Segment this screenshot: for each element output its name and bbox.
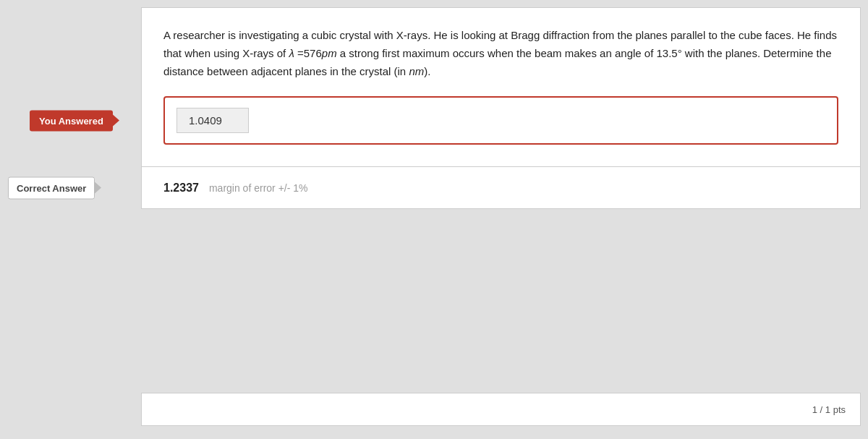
- correct-answer-row: Correct Answer 1.2337 margin of error +/…: [141, 167, 861, 209]
- page-indicator: 1 / 1 pts: [812, 404, 846, 415]
- user-answer-display: 1.0409: [176, 108, 249, 133]
- bottom-bar: 1 / 1 pts: [0, 393, 868, 426]
- correct-answer-badge: Correct Answer: [8, 176, 95, 199]
- you-answered-label: You Answered: [30, 110, 113, 131]
- you-answered-badge: You Answered: [30, 110, 113, 131]
- you-answered-row: You Answered 1.0409: [163, 96, 838, 145]
- answer-box: 1.0409: [163, 96, 838, 145]
- pm-unit: pm: [322, 47, 337, 59]
- correct-answer-label-container: Correct Answer: [8, 176, 95, 199]
- nm-unit: nm: [409, 65, 424, 77]
- question-text: A researcher is investigating a cubic cr…: [163, 27, 838, 80]
- lambda-symbol: λ: [289, 47, 294, 59]
- question-card: A researcher is investigating a cubic cr…: [141, 7, 861, 167]
- margin-of-error: margin of error +/- 1%: [209, 182, 308, 194]
- correct-answer-value: 1.2337: [163, 182, 199, 195]
